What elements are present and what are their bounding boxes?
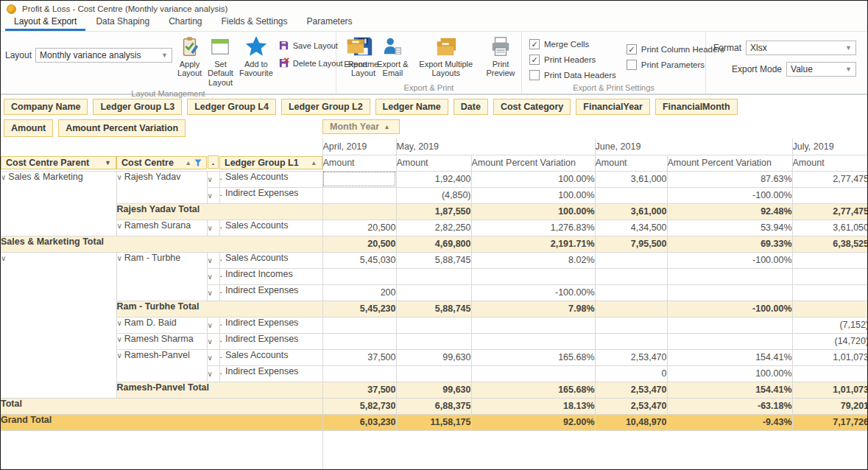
checkbox-box-icon[interactable] [529, 70, 540, 80]
value-cell[interactable] [322, 333, 396, 349]
value-column-header[interactable]: Amount [322, 155, 396, 171]
row-field-chip-dot[interactable]: . [208, 155, 219, 169]
checkbox-box-icon[interactable]: ✓ [529, 55, 540, 65]
row-header-ledger-group[interactable]: .Indirect Expenses [219, 187, 322, 203]
row-header-dot[interactable]: ∨ [207, 171, 219, 187]
row-field-chip-cost-centre-parent[interactable]: Cost Centre Parent▼ [1, 156, 116, 169]
value-cell[interactable] [595, 284, 667, 301]
value-cell[interactable]: 99,630 [396, 349, 471, 365]
export-email-button[interactable]: Export & Email [376, 33, 409, 80]
value-cell[interactable]: 69.33% [667, 236, 792, 252]
checkbox-box-icon[interactable]: ✓ [529, 39, 540, 49]
value-cell[interactable] [792, 284, 868, 301]
expand-chevron-icon[interactable]: ∨ [117, 335, 122, 343]
value-cell[interactable]: 2,53,470 [595, 398, 667, 414]
value-cell[interactable] [396, 333, 471, 349]
row-header-dot[interactable]: ∨ [207, 333, 219, 349]
value-cell[interactable] [667, 333, 792, 349]
value-cell[interactable]: 1,01,073 [792, 349, 868, 365]
value-cell[interactable]: 3,61,000 [595, 203, 667, 220]
value-cell[interactable] [471, 333, 595, 349]
value-cell[interactable]: 100.00% [471, 187, 595, 203]
value-cell[interactable]: 11,58,175 [396, 414, 471, 430]
value-cell[interactable]: -100.00% [667, 252, 792, 268]
expand-chevron-icon[interactable]: ∨ [208, 289, 213, 297]
filter-field-chip-financialyear[interactable]: FinancialYear [576, 99, 650, 115]
expand-chevron-icon[interactable]: ∨ [117, 222, 122, 230]
value-cell[interactable]: 20,500 [322, 220, 396, 236]
value-cell[interactable]: -63.18% [667, 398, 792, 414]
checkbox-print-data-headers[interactable]: Print Data Headers [529, 70, 616, 80]
value-cell[interactable]: 2,82,250 [396, 220, 471, 236]
value-cell[interactable]: 5,88,745 [396, 301, 471, 317]
expand-chevron-icon[interactable]: ∨ [117, 351, 122, 359]
value-cell[interactable] [595, 333, 667, 349]
expand-chevron-icon[interactable]: ∨ [208, 321, 213, 329]
row-header-dot[interactable]: ∨ [207, 252, 219, 268]
filter-field-chip-date[interactable]: Date [454, 99, 488, 115]
value-column-header[interactable]: Amount [792, 155, 868, 171]
value-cell[interactable] [595, 252, 667, 268]
value-cell[interactable] [595, 301, 667, 317]
row-header-ledger-group[interactable]: .Indirect Expenses [219, 317, 322, 333]
checkbox-box-icon[interactable] [627, 60, 637, 70]
expand-chevron-icon[interactable]: ∨ [208, 354, 213, 362]
value-cell[interactable] [322, 317, 396, 333]
value-cell[interactable] [396, 284, 471, 301]
value-cell[interactable]: 1,01,073 [792, 382, 868, 398]
expand-chevron-icon[interactable]: ∨ [208, 337, 213, 346]
row-header-ledger-group[interactable]: .Indirect Expenses [219, 365, 322, 382]
value-cell[interactable]: 7,17,726 [792, 414, 868, 430]
value-cell[interactable]: 2,77,475 [792, 203, 868, 220]
value-cell[interactable]: 2,77,475 [792, 171, 868, 187]
value-cell[interactable]: 18.13% [471, 398, 595, 414]
value-cell[interactable] [322, 365, 396, 382]
value-cell[interactable]: (7,152) [792, 317, 868, 333]
row-header-parent[interactable]: ∨Sales & Marketing [1, 171, 116, 236]
value-cell[interactable] [471, 365, 595, 382]
value-cell[interactable]: 2,191.71% [471, 236, 595, 252]
month-header-june-2019[interactable]: June, 2019 [595, 138, 792, 155]
value-column-header[interactable]: Amount [396, 155, 471, 171]
filter-field-chip-ledger-group-l2[interactable]: Ledger Group L2 [281, 99, 370, 115]
value-cell[interactable]: 99,630 [396, 382, 471, 398]
expand-chevron-icon[interactable]: ∨ [208, 175, 213, 183]
row-header-ledger-group[interactable]: .Sales Accounts [219, 349, 322, 365]
row-header-dot[interactable]: ∨ [207, 220, 219, 236]
column-field-chip-month-year[interactable]: Month Year▲ [322, 119, 400, 134]
row-header-parent[interactable]: ∨ [1, 252, 116, 398]
value-cell[interactable]: 5,88,745 [396, 252, 471, 268]
row-field-chip-ledger-group-l1[interactable]: Ledger Group L1▲ [219, 156, 322, 169]
value-cell[interactable]: 10,48,970 [595, 414, 667, 430]
value-cell[interactable] [322, 203, 396, 220]
sort-asc-icon[interactable]: ▲ [311, 159, 317, 166]
row-field-chip-cost-centre[interactable]: Cost Centre▲ [116, 156, 207, 169]
value-cell[interactable]: 6,38,525 [792, 236, 868, 252]
value-cell[interactable] [595, 268, 667, 284]
expand-chevron-icon[interactable]: ∨ [1, 173, 6, 181]
value-cell[interactable] [792, 268, 868, 284]
value-cell[interactable]: 6,03,230 [322, 414, 396, 430]
value-cell[interactable]: 92.48% [667, 203, 792, 220]
row-header-ledger-group[interactable]: .Indirect Incomes [219, 268, 322, 284]
value-cell[interactable]: 165.68% [471, 349, 595, 365]
value-cell[interactable]: 92.00% [471, 414, 595, 430]
expand-chevron-icon[interactable]: ∨ [117, 254, 122, 262]
row-header-cost-centre[interactable]: ∨Rajesh Yadav [116, 171, 207, 203]
tab-data-shaping[interactable]: Data Shaping [87, 15, 158, 31]
tab-charting[interactable]: Charting [160, 15, 211, 31]
expand-chevron-icon[interactable]: ∨ [208, 224, 213, 232]
value-cell[interactable]: -100.00% [667, 187, 792, 203]
value-column-header[interactable]: Amount [595, 155, 667, 171]
row-header-dot[interactable]: ∨ [207, 268, 219, 284]
filter-field-chip-cost-category[interactable]: Cost Category [493, 99, 571, 115]
export-button[interactable]: Export [339, 33, 372, 70]
filter-field-chip-company-name[interactable]: Company Name [4, 99, 88, 115]
filter-field-chip-ledger-group-l4[interactable]: Ledger Group L4 [187, 99, 276, 115]
row-header-dot[interactable]: ∨ [207, 187, 219, 203]
export-multiple-layouts-button[interactable]: Export Multiple Layouts [414, 33, 479, 80]
month-header-may-2019[interactable]: May, 2019 [396, 138, 595, 155]
value-cell[interactable]: 100.00% [471, 203, 595, 220]
value-cell[interactable]: 3,61,050 [792, 220, 868, 236]
value-cell[interactable]: 5,45,030 [322, 252, 396, 268]
